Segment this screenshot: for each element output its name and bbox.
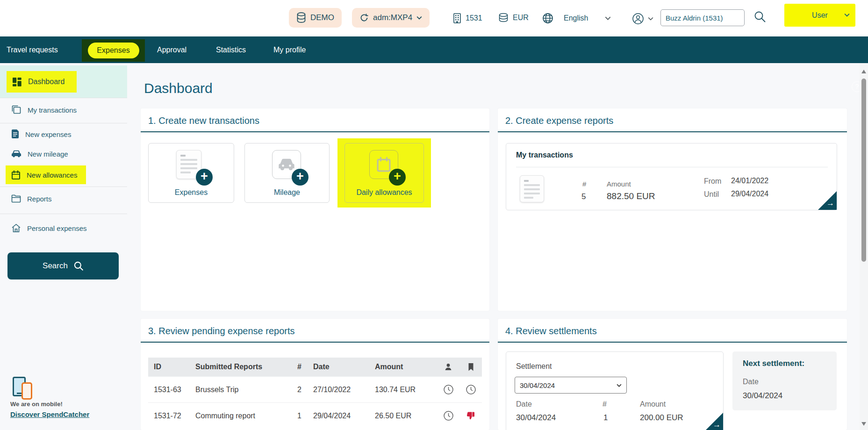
transactions-icon xyxy=(11,105,22,115)
vertical-scrollbar xyxy=(860,63,868,430)
person-circle-icon xyxy=(632,13,644,25)
pending-clock-icon xyxy=(437,410,459,421)
settlement-date-label: Date xyxy=(516,400,532,408)
card-divider xyxy=(516,167,828,167)
user-search-input[interactable] xyxy=(660,9,745,26)
settlement-select-value: 30/04/2024 xyxy=(520,381,555,389)
globe-icon xyxy=(542,13,553,24)
sidebar-item-my-transactions[interactable]: My transactions xyxy=(11,105,77,115)
until-value: 29/04/2024 xyxy=(731,190,768,198)
sidebar-item-label: New mileage xyxy=(28,150,68,158)
settlement-card: Settlement 30/04/2024 Date 30/04/2024 # … xyxy=(506,351,724,430)
sidebar-search-button[interactable]: Search xyxy=(7,252,119,280)
card-title: My transactions xyxy=(516,151,573,159)
sidebar-divider xyxy=(0,186,127,187)
table-header-row: ID Submitted Reports # Date Amount xyxy=(148,358,482,376)
plus-icon: + xyxy=(292,169,308,186)
tile-daily-allowances-highlight[interactable]: + Daily allowances xyxy=(337,138,431,208)
tile-label: Daily allowances xyxy=(345,188,423,197)
role-switch-button[interactable]: User xyxy=(784,4,855,27)
nav-expenses[interactable]: Expenses xyxy=(82,39,145,62)
search-button-label: Search xyxy=(43,261,68,271)
database-icon xyxy=(296,12,306,23)
sidebar-item-new-allowances[interactable]: New allowances xyxy=(6,165,86,184)
nav-approval[interactable]: Approval xyxy=(157,36,187,63)
panel-title-divider xyxy=(141,342,489,343)
settlement-amount-value: 200.00 EUR xyxy=(640,413,683,423)
mobile-promo-text: We are on mobile! xyxy=(10,401,63,408)
col-date: Date xyxy=(313,363,375,371)
search-icon[interactable] xyxy=(753,10,766,23)
refresh-icon xyxy=(359,13,369,22)
col-amount: Amount xyxy=(375,363,437,371)
next-date-label: Date xyxy=(743,378,759,386)
calendar-icon xyxy=(11,170,21,180)
folder-icon xyxy=(11,194,21,203)
app-root: DEMO adm:MXP4 xyxy=(0,0,868,430)
coins-icon xyxy=(498,13,509,23)
expense-document-icon: + xyxy=(176,150,206,180)
table-row[interactable]: 1531-72 Commuting report 1 29/04/2024 26… xyxy=(148,402,482,429)
nav-statistics[interactable]: Statistics xyxy=(216,36,246,63)
table-row[interactable]: 1531-63 Brussels Trip 2 27/10/2022 130.7… xyxy=(148,376,482,402)
tile-mileage[interactable]: + Mileage xyxy=(244,143,330,203)
tile-label: Mileage xyxy=(245,188,329,197)
admin-context-badge[interactable]: adm:MXP4 xyxy=(352,8,430,28)
settlement-amount-label: Amount xyxy=(640,400,666,408)
nav-my-profile[interactable]: My profile xyxy=(273,36,306,63)
sidebar-item-label: Reports xyxy=(27,195,52,203)
report-count: 2 xyxy=(297,386,313,394)
sidebar-item-new-mileage[interactable]: New mileage xyxy=(11,150,68,158)
panel-title-divider xyxy=(141,131,489,132)
sidebar-item-new-expenses[interactable]: New expenses xyxy=(11,129,71,139)
dashboard-highlight: Dashboard xyxy=(7,71,77,93)
scroll-up-arrow[interactable] xyxy=(861,70,866,73)
user-context-selector[interactable] xyxy=(632,13,653,25)
panel-title: 3. Review pending expense reports xyxy=(148,326,295,337)
sidebar-item-reports[interactable]: Reports xyxy=(11,194,52,203)
role-label: User xyxy=(812,11,828,20)
col-id: ID xyxy=(148,363,195,371)
panel-title: 4. Review settlements xyxy=(505,326,597,337)
sidebar-divider xyxy=(0,214,127,214)
report-amount: 130.74 EUR xyxy=(375,386,437,394)
next-settlement-title: Next settlement: xyxy=(743,359,804,368)
currency-code: EUR xyxy=(513,14,529,22)
report-amount: 26.50 EUR xyxy=(375,412,437,420)
settlement-count-value: 1 xyxy=(603,413,608,423)
settlement-select[interactable]: 30/04/2024 xyxy=(515,377,627,394)
my-transactions-card[interactable]: My transactions # 5 Amount 882.50 EUR Fr… xyxy=(506,143,837,210)
language-selector[interactable]: English xyxy=(542,13,611,24)
go-to-transactions-arrow[interactable]: → xyxy=(818,191,837,210)
page-title: Dashboard xyxy=(144,80,213,96)
entity-indicator: 1531 xyxy=(452,13,482,24)
arrow-right-icon: → xyxy=(713,420,721,430)
tile-label: Expenses xyxy=(149,188,234,197)
tile-expenses[interactable]: + Expenses xyxy=(148,143,234,203)
next-date-value: 30/04/2024 xyxy=(743,391,782,401)
scrollbar-thumb[interactable] xyxy=(861,79,866,262)
report-id: 1531-63 xyxy=(148,386,195,394)
col-report: Submitted Reports xyxy=(195,363,297,371)
sidebar-item-dashboard[interactable]: Dashboard xyxy=(0,65,127,98)
admin-context-label: adm:MXP4 xyxy=(373,13,412,22)
mileage-car-icon: + xyxy=(272,150,302,180)
panel-title: 1. Create new transactions xyxy=(148,115,259,126)
go-to-settlements-arrow[interactable]: → xyxy=(704,413,723,430)
nav-expenses-pill: Expenses xyxy=(88,43,139,58)
scroll-down-arrow[interactable] xyxy=(861,422,866,426)
nav-travel-requests[interactable]: Travel requests xyxy=(7,36,58,63)
main-navbar: Travel requests Expenses Approval Statis… xyxy=(0,36,868,63)
language-label: English xyxy=(564,14,588,22)
sidebar-item-label: Dashboard xyxy=(28,78,65,86)
sidebar-item-personal-expenses[interactable]: Personal expenses xyxy=(11,223,87,233)
top-header: DEMO adm:MXP4 xyxy=(0,0,868,36)
pending-reports-table: ID Submitted Reports # Date Amount xyxy=(148,358,482,429)
count-value: 5 xyxy=(581,192,586,201)
tile-daily-allowances: + Daily allowances xyxy=(344,143,424,203)
demo-environment-badge[interactable]: DEMO xyxy=(289,8,342,28)
spendcatcher-link[interactable]: Discover SpendCatcher xyxy=(10,410,89,418)
chevron-down-icon xyxy=(605,16,611,20)
amount-label: Amount xyxy=(607,180,631,188)
sidebar-item-label: My transactions xyxy=(28,106,77,114)
